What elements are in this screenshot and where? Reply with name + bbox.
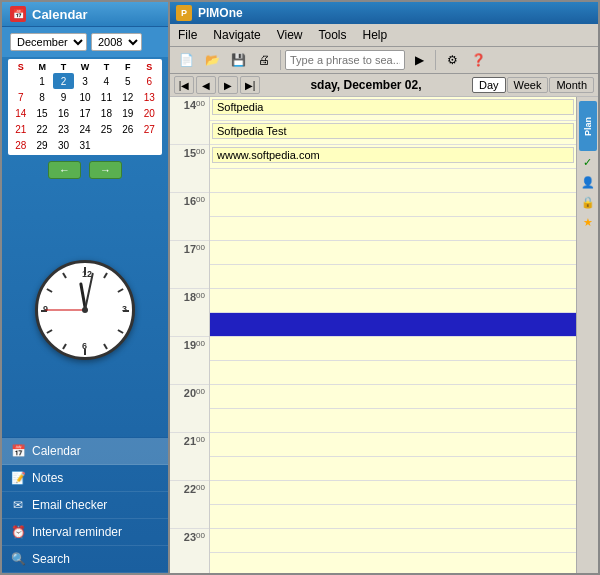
sidebar-label-search: Search	[32, 552, 70, 566]
toolbar-open-button[interactable]: 📂	[200, 49, 224, 71]
cal-day-empty	[139, 137, 160, 153]
cal-day-5[interactable]: 5	[117, 73, 138, 89]
toolbar-new-button[interactable]: 📄	[174, 49, 198, 71]
nav-last-button[interactable]: ▶|	[240, 76, 260, 94]
event-row-21-0[interactable]	[210, 433, 576, 457]
cal-day-7[interactable]: 7	[10, 89, 31, 105]
event-row-14-0[interactable]: Softpedia	[210, 97, 576, 121]
cal-day-11[interactable]: 11	[96, 89, 117, 105]
event-row-20-0[interactable]	[210, 385, 576, 409]
event-block[interactable]: wwww.softpedia.com	[212, 147, 574, 163]
cal-day-4[interactable]: 4	[96, 73, 117, 89]
sidebar-item-search[interactable]: 🔍 Search	[2, 546, 168, 573]
star-icon[interactable]: ★	[579, 213, 597, 231]
menu-navigate[interactable]: Navigate	[205, 26, 268, 44]
event-block[interactable]: Softpedia Test	[212, 123, 574, 139]
event-row-15-0[interactable]: wwww.softpedia.com	[210, 145, 576, 169]
event-row-17-0[interactable]	[210, 241, 576, 265]
cal-day-29[interactable]: 29	[31, 137, 52, 153]
cal-day-6[interactable]: 6	[139, 73, 160, 89]
event-row-19-1[interactable]	[210, 361, 576, 385]
event-row-22-0[interactable]	[210, 481, 576, 505]
cal-day-10[interactable]: 10	[74, 89, 95, 105]
menu-tools[interactable]: Tools	[311, 26, 355, 44]
calendar-nav-icon: 📅	[10, 443, 26, 459]
cal-day-9[interactable]: 9	[53, 89, 74, 105]
sidebar-label-notes: Notes	[32, 471, 63, 485]
cal-day-26[interactable]: 26	[117, 121, 138, 137]
event-row-23-0[interactable]	[210, 529, 576, 553]
cal-day-28[interactable]: 28	[10, 137, 31, 153]
cal-day-12[interactable]: 12	[117, 89, 138, 105]
cal-day-20[interactable]: 20	[139, 105, 160, 121]
cal-day-31[interactable]: 31	[74, 137, 95, 153]
events-column[interactable]: SoftpediaSoftpedia Testwwww.softpedia.co…	[210, 97, 576, 573]
cal-header-mon: M	[31, 61, 52, 73]
toolbar-help-button[interactable]: ❓	[466, 49, 490, 71]
search-input[interactable]	[285, 50, 405, 70]
toolbar-save-button[interactable]: 💾	[226, 49, 250, 71]
cal-day-30[interactable]: 30	[53, 137, 74, 153]
sidebar-item-calendar[interactable]: 📅 Calendar	[2, 438, 168, 465]
cal-day-25[interactable]: 25	[96, 121, 117, 137]
clock-area: 12 3 6 9	[2, 183, 168, 437]
week-view-button[interactable]: Week	[507, 77, 549, 93]
main-panel: P PIMOne File Navigate View Tools Help 📄…	[170, 2, 598, 573]
toolbar-search-go-button[interactable]: ▶	[407, 49, 431, 71]
menu-help[interactable]: Help	[355, 26, 396, 44]
cal-day-23[interactable]: 23	[53, 121, 74, 137]
cal-day-1[interactable]: 1	[31, 73, 52, 89]
cal-day-2[interactable]: 2	[53, 73, 74, 89]
cal-day-17[interactable]: 17	[74, 105, 95, 121]
event-row-20-1[interactable]	[210, 409, 576, 433]
year-select[interactable]: 2008	[91, 33, 142, 51]
second-hand	[45, 310, 85, 311]
event-row-21-1[interactable]	[210, 457, 576, 481]
event-row-19-0[interactable]	[210, 337, 576, 361]
event-row-17-1[interactable]	[210, 265, 576, 289]
lock-icon[interactable]: 🔒	[579, 193, 597, 211]
check-icon[interactable]: ✓	[579, 153, 597, 171]
cal-day-15[interactable]: 15	[31, 105, 52, 121]
cal-day-3[interactable]: 3	[74, 73, 95, 89]
next-month-button[interactable]: →	[89, 161, 122, 179]
event-row-22-1[interactable]	[210, 505, 576, 529]
nav-first-button[interactable]: |◀	[174, 76, 194, 94]
cal-day-22[interactable]: 22	[31, 121, 52, 137]
event-row-18-0[interactable]	[210, 289, 576, 313]
event-row-16-0[interactable]	[210, 193, 576, 217]
month-view-button[interactable]: Month	[549, 77, 594, 93]
sidebar-item-interval-reminder[interactable]: ⏰ Interval reminder	[2, 519, 168, 546]
event-row-18-1[interactable]	[210, 313, 576, 337]
month-select[interactable]: December	[10, 33, 87, 51]
cal-day-13[interactable]: 13	[139, 89, 160, 105]
notes-nav-icon: 📝	[10, 470, 26, 486]
cal-day-21[interactable]: 21	[10, 121, 31, 137]
toolbar-options-button[interactable]: ⚙	[440, 49, 464, 71]
sidebar-item-email-checker[interactable]: ✉ Email checker	[2, 492, 168, 519]
prev-month-button[interactable]: ←	[48, 161, 81, 179]
cal-day-14[interactable]: 14	[10, 105, 31, 121]
plan-icon[interactable]: Plan	[579, 101, 597, 151]
event-row-23-1[interactable]	[210, 553, 576, 573]
cal-day-8[interactable]: 8	[31, 89, 52, 105]
sidebar-item-notes[interactable]: 📝 Notes	[2, 465, 168, 492]
cal-day-24[interactable]: 24	[74, 121, 95, 137]
cal-header-fri: F	[117, 61, 138, 73]
event-block[interactable]: Softpedia	[212, 99, 574, 115]
sidebar-label-calendar: Calendar	[32, 444, 81, 458]
nav-prev-button[interactable]: ◀	[196, 76, 216, 94]
toolbar-print-button[interactable]: 🖨	[252, 49, 276, 71]
cal-day-27[interactable]: 27	[139, 121, 160, 137]
menu-file[interactable]: File	[170, 26, 205, 44]
person-icon[interactable]: 👤	[579, 173, 597, 191]
nav-next-button[interactable]: ▶	[218, 76, 238, 94]
day-view-button[interactable]: Day	[472, 77, 506, 93]
event-row-16-1[interactable]	[210, 217, 576, 241]
menu-view[interactable]: View	[269, 26, 311, 44]
cal-day-19[interactable]: 19	[117, 105, 138, 121]
cal-day-18[interactable]: 18	[96, 105, 117, 121]
event-row-15-1[interactable]	[210, 169, 576, 193]
cal-day-16[interactable]: 16	[53, 105, 74, 121]
event-row-14-1[interactable]: Softpedia Test	[210, 121, 576, 145]
